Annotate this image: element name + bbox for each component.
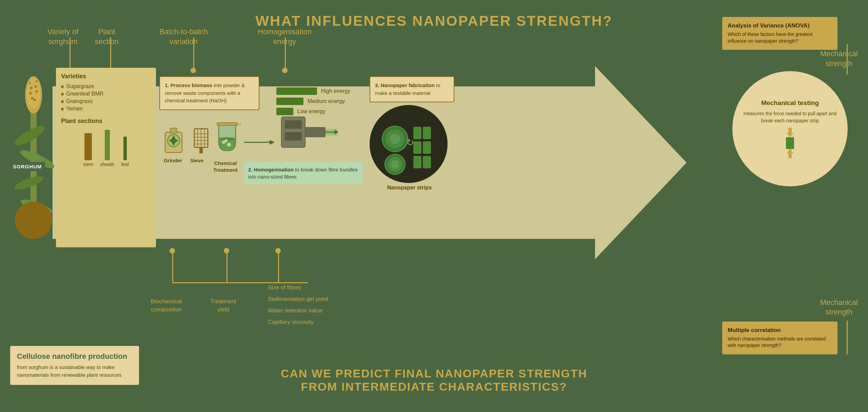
test-strip-illustration: [776, 128, 804, 158]
plant-section-icons: stem sheath leaf: [61, 130, 151, 167]
svg-rect-56: [423, 142, 431, 153]
svg-point-49: [390, 134, 400, 144]
stem-section: stem: [83, 133, 93, 167]
leaf-bar: [123, 137, 127, 160]
dot-biochemical: [170, 248, 175, 253]
svg-rect-58: [423, 156, 431, 168]
bottom-left-box: Cellulose nanofibre production from sorg…: [10, 346, 139, 385]
anova-box: Analysis of Variance (ANOVA) Which of th…: [722, 17, 837, 50]
variety-greenleaf: Greenleaf BMR: [61, 90, 151, 98]
step2-text: 2. Homogenisation to break down fibre bu…: [248, 166, 359, 180]
nanopaper-content: ↻: [376, 112, 441, 176]
bottom-left-title: Cellulose nanofibre production: [17, 352, 132, 361]
bottom-connector-fibres: [278, 253, 279, 283]
chemical-treatment-label: Chemical Treatment: [210, 160, 241, 173]
label-mech-strength-top: Mechanicalstrength: [820, 49, 858, 68]
nanopaper-circle: ↻: [370, 105, 448, 183]
bottom-connector-treatment: [226, 253, 228, 283]
step3-box: 3. Nanopaper fabrication to make a testa…: [370, 76, 454, 102]
label-homo-energy: Homogenisation energy: [258, 27, 312, 46]
multicorr-description: Which characterisation methods are corre…: [728, 336, 832, 349]
varieties-title: Varieties: [61, 73, 151, 80]
bottom-label-treatment-yield: Treatment yield: [210, 297, 236, 314]
svg-marker-62: [787, 149, 793, 158]
homogeniser-icon: [278, 110, 339, 154]
stem-label: stem: [83, 162, 93, 167]
measurement-water: Water retention value: [268, 305, 328, 316]
variety-yemen: Yemen: [61, 105, 151, 112]
step1-text: 1. Process biomass into powder & remove …: [165, 82, 254, 105]
leaf-label: leaf: [121, 162, 129, 167]
svg-rect-54: [423, 127, 431, 139]
plant-sections-title: Plant sections: [61, 118, 151, 125]
bottom-question-line2: FROM INTERMEDIATE CHARACTERISTICS?: [281, 380, 587, 393]
step2-box: 2. Homogenisation to break down fibre bu…: [244, 162, 363, 184]
energy-high-label: High energy: [321, 88, 350, 94]
grinder-label: Grinder: [159, 158, 186, 163]
mech-testing-title: Mechanical testing: [761, 99, 819, 107]
label-plant-section: Plant section: [95, 27, 119, 46]
svg-point-15: [36, 80, 38, 82]
stem-bar: [84, 133, 92, 160]
svg-point-14: [29, 82, 31, 84]
mech-testing-desc: measures the force needed to pull apart …: [743, 110, 837, 124]
step3-text: 3. Nanopaper fabrication to make a testa…: [375, 82, 449, 97]
svg-point-8: [30, 87, 33, 89]
svg-marker-60: [787, 128, 793, 137]
arrow-chem-to-homo: [244, 137, 275, 147]
svg-rect-43: [305, 127, 326, 137]
nanopaper-label: Nanopaper strips: [373, 185, 446, 191]
svg-point-10: [29, 92, 32, 95]
label-variety: Variety of sorghum: [47, 27, 78, 46]
bottom-question-line1: CAN WE PREDICT FINAL NANOPAPER STRENGTH: [281, 367, 587, 380]
measurement-capillary: Capillary viscosity: [268, 316, 328, 328]
measurement-sedimentation: Sedimentation gel point: [268, 293, 328, 305]
svg-point-7: [27, 78, 40, 108]
label-batch: Batch-to-batch variation: [159, 27, 208, 46]
energy-medium-label: Medium energy: [308, 98, 345, 104]
main-title: WHAT INFLUENCES NANOPAPER STRENGTH?: [255, 13, 612, 29]
anova-title: Analysis of Variance (ANOVA): [728, 22, 832, 29]
svg-point-35: [227, 143, 231, 147]
sheath-section: sheath: [100, 130, 114, 167]
sorghum-section: Varieties Sugargraze Greenleaf BMR Grain…: [56, 68, 156, 247]
anova-description: Which of these factors have the greatest…: [728, 31, 832, 44]
multicorr-connector-vert: [847, 321, 848, 354]
energy-medium-bar: [276, 98, 303, 105]
svg-point-11: [35, 90, 38, 93]
leaf-section: leaf: [121, 137, 129, 167]
chemical-treatment-icon: [212, 120, 242, 158]
svg-rect-37: [217, 123, 237, 125]
svg-rect-61: [786, 137, 794, 149]
energy-high-bar: [276, 87, 317, 95]
grinder-icon: [160, 125, 187, 156]
bottom-connector-biochemical: [172, 253, 173, 283]
svg-point-16: [15, 202, 52, 239]
sieve-icon: [193, 127, 210, 154]
svg-point-52: [391, 160, 399, 168]
multiple-correlation-box: Multiple correlation Which characterisat…: [722, 322, 837, 354]
dot-fibres: [275, 248, 281, 253]
variety-sugargraze: Sugargraze: [61, 83, 151, 90]
bottom-measurement-labels: Size of fibres Sedimentation gel point W…: [268, 282, 328, 328]
variety-graingrass: Graingrass: [61, 98, 151, 105]
svg-point-13: [33, 99, 36, 101]
label-mech-strength-bottom: Mechanicalstrength: [820, 298, 858, 317]
svg-rect-53: [414, 127, 421, 139]
svg-point-12: [31, 97, 34, 100]
svg-marker-39: [270, 140, 275, 145]
svg-rect-41: [285, 120, 302, 129]
svg-point-36: [225, 139, 228, 142]
bottom-question: CAN WE PREDICT FINAL NANOPAPER STRENGTH …: [281, 367, 587, 393]
svg-rect-42: [285, 132, 302, 141]
multicorr-title: Multiple correlation: [728, 327, 832, 334]
mechanical-testing-circle: Mechanical testing measures the force ne…: [732, 71, 848, 186]
svg-point-2: [13, 123, 47, 148]
sieve-label: Sieve: [188, 158, 206, 163]
svg-point-9: [34, 85, 37, 88]
energy-high: High energy: [276, 87, 350, 95]
svg-text:↻: ↻: [406, 137, 414, 148]
bottom-label-biochemical: Biochemicalcomposition: [151, 297, 182, 314]
step1-box: 1. Process biomass into powder & remove …: [159, 76, 259, 110]
svg-rect-57: [414, 156, 421, 168]
